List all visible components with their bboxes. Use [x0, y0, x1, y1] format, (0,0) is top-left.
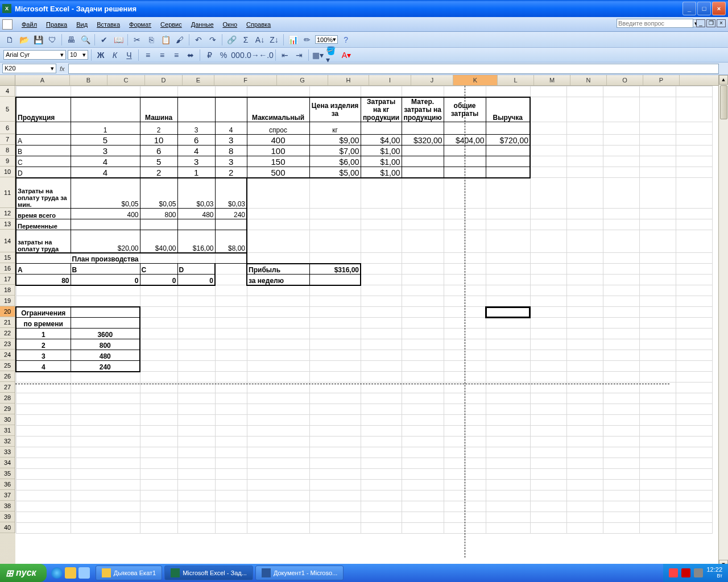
cell-G9[interactable]: $6,00	[309, 156, 361, 167]
cell-P39[interactable]	[676, 512, 712, 523]
cell-G28[interactable]	[309, 393, 361, 404]
cell-G14[interactable]	[309, 230, 361, 253]
cell-O25[interactable]	[639, 361, 676, 372]
cell-H37[interactable]	[361, 490, 402, 501]
cell-D10[interactable]: 1	[177, 167, 215, 178]
cell-G25[interactable]	[309, 361, 361, 372]
cell-B35[interactable]	[71, 469, 140, 480]
cell-P25[interactable]	[676, 361, 712, 372]
cell-P4[interactable]	[676, 86, 712, 97]
cell-M16[interactable]	[566, 264, 603, 275]
cell-I14[interactable]	[402, 230, 444, 253]
cell-B24[interactable]: 480	[71, 350, 140, 361]
maximize-button[interactable]: □	[697, 2, 711, 15]
cell-I24[interactable]	[402, 350, 444, 361]
cell-G29[interactable]	[309, 404, 361, 415]
cell-D21[interactable]	[177, 318, 215, 329]
cell-F11[interactable]	[247, 178, 309, 209]
cell-B26[interactable]	[71, 372, 140, 383]
cell-E35[interactable]	[215, 469, 247, 480]
col-header-H[interactable]: H	[328, 75, 369, 85]
cell-C35[interactable]	[140, 469, 177, 480]
fx-icon[interactable]: fx	[60, 65, 65, 72]
cell-L19[interactable]	[530, 296, 566, 307]
cell-G37[interactable]	[309, 490, 361, 501]
cell-K8[interactable]	[486, 146, 530, 156]
cell-M18[interactable]	[566, 285, 603, 296]
cell-F37[interactable]	[247, 490, 309, 501]
tray-icon[interactable]	[681, 568, 690, 577]
cell-F24[interactable]	[247, 350, 309, 361]
row-header-35[interactable]: 35	[0, 468, 15, 479]
cell-A28[interactable]	[16, 393, 71, 404]
cell-D11[interactable]: $0,03	[177, 178, 215, 209]
cell-K39[interactable]	[486, 512, 530, 523]
cell-M15[interactable]	[566, 253, 603, 264]
cell-H8[interactable]: $1,00	[361, 146, 402, 156]
cell-M32[interactable]	[566, 436, 603, 447]
cell-I15[interactable]	[402, 253, 444, 264]
cell-C24[interactable]	[140, 350, 177, 361]
cell-K22[interactable]	[486, 329, 530, 339]
cell-E17[interactable]	[215, 275, 247, 285]
cell-O31[interactable]	[639, 426, 676, 436]
cell-K34[interactable]	[486, 458, 530, 469]
cell-G21[interactable]	[309, 318, 361, 329]
cell-I12[interactable]	[402, 209, 444, 219]
cell-F30[interactable]	[247, 415, 309, 426]
cell-N34[interactable]	[603, 458, 639, 469]
open-icon[interactable]: 📂	[18, 34, 30, 46]
cell-O32[interactable]	[639, 436, 676, 447]
cell-G18[interactable]	[309, 285, 361, 296]
cell-M11[interactable]	[566, 178, 603, 209]
cell-O13[interactable]	[639, 219, 676, 230]
cell-E23[interactable]	[215, 339, 247, 350]
cell-I23[interactable]	[402, 339, 444, 350]
cell-M19[interactable]	[566, 296, 603, 307]
cell-E26[interactable]	[215, 372, 247, 383]
cell-F40[interactable]	[247, 523, 309, 534]
cell-K10[interactable]	[486, 167, 530, 178]
cell-B4[interactable]	[71, 86, 140, 97]
cell-A22[interactable]: 1	[16, 329, 71, 339]
cell-C26[interactable]	[140, 372, 177, 383]
cell-O22[interactable]	[639, 329, 676, 339]
cell-H31[interactable]	[361, 426, 402, 436]
cell-B25[interactable]: 240	[71, 361, 140, 372]
cell-A38[interactable]	[16, 501, 71, 512]
cell-H18[interactable]	[361, 285, 402, 296]
cell-O21[interactable]	[639, 318, 676, 329]
cell-F15[interactable]	[247, 253, 309, 264]
cell-D7[interactable]: 6	[177, 135, 215, 146]
cell-M28[interactable]	[566, 393, 603, 404]
row-header-7[interactable]: 7	[0, 134, 15, 145]
minimize-button[interactable]: _	[682, 2, 696, 15]
cell-I32[interactable]	[402, 436, 444, 447]
cell-K31[interactable]	[486, 426, 530, 436]
cell-B30[interactable]	[71, 415, 140, 426]
cell-E7[interactable]: 3	[215, 135, 247, 146]
cell-A26[interactable]	[16, 372, 71, 383]
cell-A16[interactable]: A	[16, 264, 71, 275]
cell-D15[interactable]	[177, 253, 215, 264]
cell-N30[interactable]	[603, 415, 639, 426]
cell-E6[interactable]: 4	[215, 122, 247, 135]
col-header-M[interactable]: M	[534, 75, 570, 85]
cell-E4[interactable]	[215, 86, 247, 97]
cell-G8[interactable]: $7,00	[309, 146, 361, 156]
cell-P12[interactable]	[676, 209, 712, 219]
cell-G5[interactable]: Цена изделия за	[309, 97, 361, 122]
cell-F39[interactable]	[247, 512, 309, 523]
cell-P14[interactable]	[676, 230, 712, 253]
cell-D26[interactable]	[177, 372, 215, 383]
cell-L22[interactable]	[530, 329, 566, 339]
cell-P35[interactable]	[676, 469, 712, 480]
col-header-I[interactable]: I	[369, 75, 411, 85]
cell-E38[interactable]	[215, 501, 247, 512]
menu-file[interactable]: Файл	[17, 19, 42, 30]
cell-A9[interactable]: C	[16, 156, 71, 167]
cell-L8[interactable]	[530, 146, 566, 156]
cell-I36[interactable]	[402, 480, 444, 490]
cell-F16[interactable]: Прибыль	[247, 264, 309, 275]
row-header-30[interactable]: 30	[0, 414, 15, 425]
